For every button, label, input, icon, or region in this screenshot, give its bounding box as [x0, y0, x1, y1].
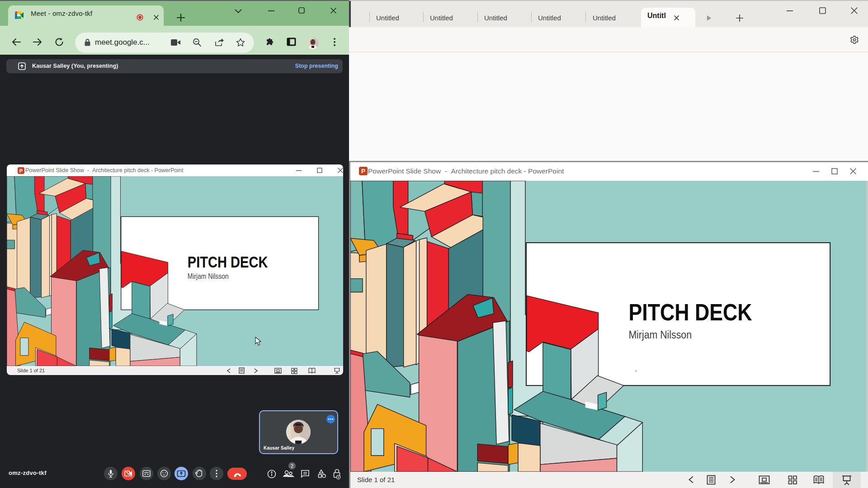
svg-text:2: 2 — [291, 464, 293, 469]
svg-text:P: P — [361, 168, 365, 174]
svg-text:P: P — [19, 168, 23, 174]
